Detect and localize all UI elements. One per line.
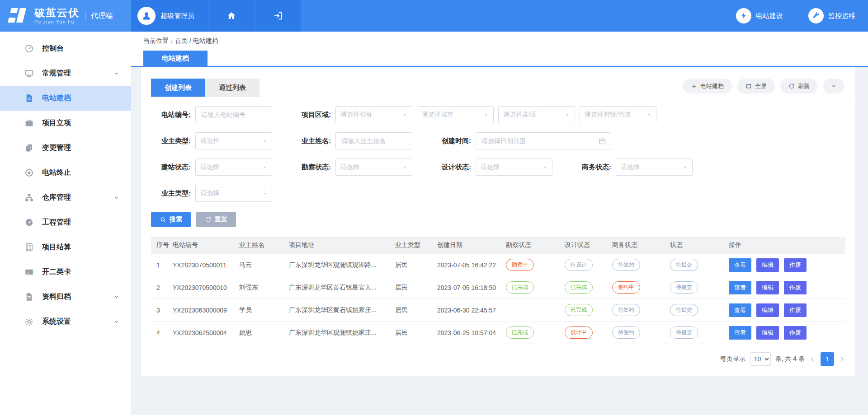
sidebar-item-label: 仓库管理: [42, 193, 105, 202]
fullscreen-button[interactable]: 全屏: [737, 79, 775, 93]
view-button[interactable]: 查看: [729, 326, 751, 340]
sidebar-item-warehouse-management[interactable]: 仓库管理: [0, 185, 131, 210]
per-page-label: 每页显示: [720, 355, 745, 363]
cell-address: 广东深圳龙华区观澜镇姚家庄...: [285, 322, 392, 344]
logo-icon: [7, 6, 30, 25]
select-placeholder: 请选择: [340, 163, 359, 171]
search-button-label: 搜索: [170, 215, 182, 224]
app: 破茧云伏 Po Jian Yun Fu 代理端 超级管理员: [0, 0, 868, 415]
user-menu[interactable]: 超级管理员: [131, 0, 208, 32]
sidebar-item-station-termination[interactable]: 电站终止: [0, 160, 131, 185]
owner-name-field[interactable]: [340, 137, 407, 145]
sidebar-item-engineering-management[interactable]: 工程管理: [0, 210, 131, 235]
cell-status-status: 待提交: [666, 276, 725, 299]
station-no-field[interactable]: [200, 111, 267, 119]
void-button[interactable]: 作废: [784, 258, 807, 272]
next-page-button[interactable]: [839, 356, 845, 363]
sidebar-item-system-settings[interactable]: 系统设置: [0, 309, 131, 334]
filter-build-status: 建站状态:请选择: [151, 159, 272, 176]
design-status-select[interactable]: 请选择: [476, 159, 552, 176]
edit-button[interactable]: 编辑: [756, 303, 779, 317]
create-time-input[interactable]: [476, 132, 611, 149]
status-badge: 勘察中: [506, 259, 534, 271]
collapse-button[interactable]: [823, 79, 844, 93]
station-no-input[interactable]: [195, 106, 272, 123]
owner-name-input[interactable]: [335, 132, 412, 149]
fullscreen-icon: [745, 83, 752, 89]
caret-down-icon: [262, 191, 267, 196]
column-header: 商务状态: [609, 237, 666, 254]
edit-button[interactable]: 编辑: [756, 326, 779, 340]
cell-design-status: 设计中: [561, 322, 609, 344]
sidebar-item-project-initiation[interactable]: 项目立项: [0, 111, 131, 135]
chevron-down-icon: [113, 195, 119, 201]
topnav-monitor-ops[interactable]: 监控运维: [808, 8, 855, 23]
cell-station-no: YX2023070500010: [169, 276, 236, 299]
survey-status-select[interactable]: 请选择: [335, 159, 412, 176]
status-badge: 签约中: [612, 281, 640, 294]
sidebar-item-label: 电站终止: [42, 168, 119, 177]
void-button[interactable]: 作废: [784, 281, 807, 294]
view-button[interactable]: 查看: [729, 258, 751, 272]
select-placeholder: 请选择县/区: [503, 111, 537, 119]
breadcrumb[interactable]: 当前位置：首页 / 电站建档: [143, 36, 868, 45]
sidebar-item-console[interactable]: 控制台: [0, 36, 131, 61]
cell-owner-type: 居民: [392, 276, 434, 299]
page-tab-station-archive[interactable]: 电站建档: [143, 51, 208, 66]
cell-created-date: 2023-06-30 22:45:57: [434, 299, 502, 322]
county-select[interactable]: 请选择县/区: [498, 106, 575, 123]
table-row: 4YX2023062500004姚思广东深圳龙华区观澜镇姚家庄...居民2023…: [151, 322, 845, 344]
sidebar-item-general-management[interactable]: 常规管理: [0, 61, 131, 86]
status-badge: 待提交: [670, 326, 698, 339]
tab-create-list[interactable]: 创建列表: [151, 79, 205, 97]
void-button[interactable]: 作废: [784, 303, 807, 317]
status-badge: 待签约: [612, 304, 640, 316]
archive-icon: [24, 292, 34, 302]
sidebar-item-station-archive[interactable]: 电站建档: [0, 86, 131, 111]
town-select[interactable]: 请选择村镇/街道: [580, 106, 656, 123]
topnav-station-build[interactable]: 电站建设: [736, 8, 783, 23]
caret-down-icon: [565, 112, 570, 117]
search-button[interactable]: 搜索: [151, 212, 191, 227]
brand-logo[interactable]: 破茧云伏 Po Jian Yun Fu 代理端: [0, 0, 131, 32]
filter-label: 创建时间:: [431, 137, 471, 145]
create-time-field[interactable]: [481, 137, 599, 145]
wrench-icon: [808, 8, 824, 23]
city-select[interactable]: 请选择城市: [417, 106, 494, 123]
refresh-button[interactable]: 刷新: [780, 79, 818, 93]
refresh-icon: [788, 83, 795, 89]
page-button-1[interactable]: 1: [821, 352, 834, 366]
owner-type-2-select[interactable]: 请选择: [195, 185, 272, 202]
sidebar-item-change-management[interactable]: 变更管理: [0, 135, 131, 160]
add-station-button[interactable]: 电站建档: [683, 79, 732, 93]
cell-survey-status: 勘察中: [502, 254, 561, 276]
sidebar-item-data-archive[interactable]: 资料归档: [0, 284, 131, 309]
region-selects: 请选择省份请选择城市请选择县/区请选择村镇/街道: [335, 106, 656, 123]
sidebar-item-open-type2-card[interactable]: 开二类卡: [0, 260, 131, 284]
view-button[interactable]: 查看: [729, 281, 751, 294]
view-button[interactable]: 查看: [729, 303, 751, 317]
record-icon: [24, 168, 34, 177]
search-icon: [160, 216, 166, 223]
tab-passed-list[interactable]: 通过列表: [205, 79, 259, 97]
cell-station-no: YX2023063000009: [169, 299, 236, 322]
breadcrumb-path[interactable]: 首页 / 电站建档: [175, 37, 218, 44]
business-status-select[interactable]: 请选择: [616, 159, 693, 176]
briefcase-icon: [24, 118, 34, 128]
prev-page-button[interactable]: [809, 356, 816, 363]
status-badge: 待提交: [670, 304, 698, 316]
build-status-select[interactable]: 请选择: [195, 159, 272, 176]
per-page-select[interactable]: 10: [750, 352, 771, 366]
home-button[interactable]: [208, 0, 255, 32]
filter-project-region: 项目区域:请选择省份请选择城市请选择县/区请选择村镇/街道: [291, 106, 656, 123]
edit-button[interactable]: 编辑: [756, 281, 779, 294]
reset-button[interactable]: 重置: [196, 212, 236, 227]
owner-type-select[interactable]: 请选择: [195, 132, 272, 149]
home-icon: [226, 11, 236, 21]
sidebar-item-project-settlement[interactable]: 项目结算: [0, 235, 131, 260]
void-button[interactable]: 作废: [784, 326, 807, 340]
logout-button[interactable]: [255, 0, 301, 32]
province-select[interactable]: 请选择省份: [335, 106, 412, 123]
caret-down-icon: [484, 112, 489, 117]
edit-button[interactable]: 编辑: [756, 258, 779, 272]
